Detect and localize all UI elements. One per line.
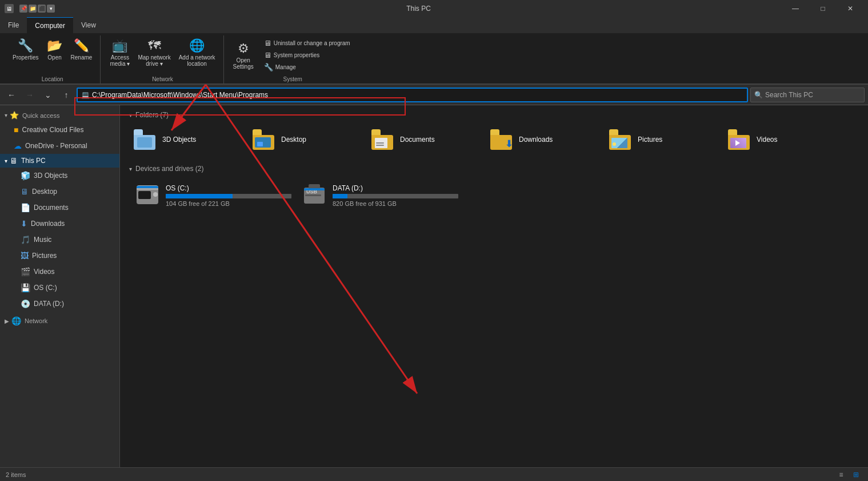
main-layout: ▾ ⭐ Quick access ■ Creative Cloud Files … — [0, 105, 868, 467]
quick-access-label: Quick access — [22, 112, 59, 119]
folder-item-downloads[interactable]: ⬇ Downloads — [486, 126, 600, 153]
close-button[interactable]: ✕ — [837, 0, 863, 17]
this-pc-label: This PC — [21, 157, 46, 165]
window-controls: — □ ✕ — [782, 0, 863, 17]
folder-item-desktop[interactable]: Desktop — [248, 126, 362, 153]
recent-locations-button[interactable]: ⌄ — [40, 87, 56, 103]
pictures-sidebar-icon: 🖼 — [21, 251, 29, 260]
pictures-sidebar-label: Pictures — [32, 252, 57, 260]
rename-icon: ✏️ — [74, 38, 89, 53]
os-c-drive-bar-bg — [166, 194, 291, 198]
desktop-folder-name: Desktop — [281, 136, 306, 144]
location-buttons: 🔧 Properties 📂 Open ✏️ Rename — [9, 37, 95, 62]
back-button[interactable]: ← — [3, 87, 19, 103]
downloads-sidebar-icon: ⬇ — [21, 219, 27, 228]
minimize-button[interactable]: — — [782, 0, 809, 17]
map-network-drive-button[interactable]: 🗺 Map networkdrive ▾ — [134, 37, 174, 69]
system-properties-button[interactable]: 🖥 System properties — [261, 50, 354, 61]
maximize-button[interactable]: □ — [810, 0, 836, 17]
properties-button[interactable]: 🔧 Properties — [9, 37, 42, 62]
sidebar-item-downloads[interactable]: ⬇ Downloads — [0, 216, 119, 232]
documents-sidebar-label: Documents — [34, 204, 69, 212]
sidebar-item-desktop[interactable]: 🖥 Desktop — [0, 184, 119, 200]
folder-item-documents[interactable]: Documents — [367, 126, 481, 153]
onedrive-icon: ☁ — [14, 141, 22, 150]
desktop-sidebar-icon: 🖥 — [21, 187, 29, 196]
folder-item-videos[interactable]: Videos — [723, 126, 838, 153]
quick-access-toolbar-icon1[interactable]: 📌 — [19, 5, 27, 13]
system-props-icon: 🖥 — [264, 51, 271, 59]
folder-item-3d-objects[interactable]: 3D Objects — [129, 126, 243, 153]
ribbon-content: 🔧 Properties 📂 Open ✏️ Rename Location 📺 — [0, 33, 868, 84]
system-props-label: System properties — [274, 52, 320, 58]
drive-item-data-d[interactable]: USB DATA (D:) 820 GB free of 931 GB — [296, 180, 456, 212]
sidebar-item-3d-objects[interactable]: 🧊 3D Objects — [0, 168, 119, 184]
forward-button[interactable]: → — [22, 87, 38, 103]
sidebar-item-os-c[interactable]: 💾 OS (C:) — [0, 280, 119, 296]
quick-access-toolbar-icon2[interactable]: 📁 — [29, 5, 37, 13]
up-button[interactable]: ↑ — [58, 87, 74, 103]
sidebar-item-documents[interactable]: 📄 Documents — [0, 200, 119, 216]
status-item-count: 2 items — [6, 471, 26, 478]
drives-section-header[interactable]: ▾ Devices and drives (2) — [129, 165, 859, 173]
search-box[interactable]: 🔍 Search This PC — [750, 88, 865, 102]
downloads-icon-wrap: ⬇ — [490, 129, 514, 150]
properties-label: Properties — [13, 54, 39, 61]
quick-access-dropdown[interactable]: ▾ — [47, 5, 55, 13]
access-media-button[interactable]: 📺 Accessmedia ▾ — [106, 37, 133, 69]
ribbon-group-network: 📺 Accessmedia ▾ 🗺 Map networkdrive ▾ 🌐 A… — [102, 35, 223, 84]
folders-section-label: Folders (7) — [135, 111, 169, 119]
sidebar-section-network[interactable]: ▶ 🌐 Network — [0, 314, 119, 328]
sidebar-item-videos[interactable]: 🎬 Videos — [0, 264, 119, 280]
map-network-icon: 🗺 — [148, 38, 161, 53]
open-settings-label: OpenSettings — [233, 57, 254, 70]
manage-label: Manage — [275, 64, 296, 70]
grid-view-button[interactable]: ⊞ — [850, 468, 862, 481]
quick-access-toolbar-icon3[interactable]: ⬛ — [38, 5, 46, 13]
tab-computer[interactable]: Computer — [27, 17, 73, 33]
sidebar-section-quick-access[interactable]: ▾ ⭐ Quick access — [0, 109, 119, 122]
uninstall-program-button[interactable]: 🖥 Uninstall or change a program — [261, 38, 354, 49]
tab-view[interactable]: View — [73, 17, 104, 33]
sidebar-item-pictures[interactable]: 🖼 Pictures — [0, 248, 119, 264]
downloads-arrow-icon: ⬇ — [505, 140, 513, 149]
uninstall-icon: 🖥 — [264, 39, 271, 47]
sidebar-item-onedrive[interactable]: ☁ OneDrive - Personal — [0, 138, 119, 154]
onedrive-label: OneDrive - Personal — [25, 142, 87, 150]
quick-access-star-icon: ⭐ — [10, 111, 19, 120]
rename-button[interactable]: ✏️ Rename — [67, 37, 96, 62]
drive-item-os-c[interactable]: OS (C:) 104 GB free of 221 GB — [129, 180, 289, 212]
manage-button[interactable]: 🔧 Manage — [261, 62, 354, 73]
sidebar-section-this-pc[interactable]: ▾ 🖥 This PC — [0, 154, 119, 168]
data-d-sidebar-label: DATA (D:) — [34, 300, 64, 308]
access-media-label: Accessmedia ▾ — [110, 54, 130, 67]
videos-folder-name: Videos — [757, 136, 777, 144]
list-view-button[interactable]: ≡ — [835, 468, 847, 481]
ribbon: File Computer View 🔧 Properties 📂 Open ✏… — [0, 17, 868, 85]
this-pc-icon: 🖥 — [10, 156, 18, 165]
desktop-sidebar-label: Desktop — [32, 188, 57, 196]
address-bar[interactable]: 💻 C:\ProgramData\Microsoft\Windows\Start… — [77, 88, 748, 102]
open-button[interactable]: 📂 Open — [43, 37, 66, 62]
network-buttons: 📺 Accessmedia ▾ 🗺 Map networkdrive ▾ 🌐 A… — [106, 37, 218, 69]
network-chevron: ▶ — [5, 318, 9, 324]
tab-file[interactable]: File — [0, 17, 27, 33]
add-network-label: Add a networklocation — [179, 54, 215, 67]
search-icon: 🔍 — [754, 91, 763, 99]
sidebar-item-music[interactable]: 🎵 Music — [0, 232, 119, 248]
open-settings-button[interactable]: ⚙ OpenSettings — [230, 39, 257, 71]
ribbon-group-location: 🔧 Properties 📂 Open ✏️ Rename Location — [5, 35, 101, 84]
sidebar-item-creative-cloud[interactable]: ■ Creative Cloud Files — [0, 122, 119, 138]
pictures-folder-name: Pictures — [638, 136, 662, 144]
documents-sidebar-icon: 📄 — [21, 203, 30, 212]
sidebar: ▾ ⭐ Quick access ■ Creative Cloud Files … — [0, 105, 120, 467]
properties-icon: 🔧 — [18, 38, 33, 53]
sidebar-item-data-d[interactable]: 💿 DATA (D:) — [0, 296, 119, 312]
music-sidebar-icon: 🎵 — [21, 235, 30, 244]
data-d-drive-name: DATA (D:) — [333, 184, 458, 192]
os-c-drive-icon-wrap — [135, 184, 160, 207]
folders-section-header[interactable]: ▾ Folders (7) — [129, 111, 859, 119]
add-network-location-button[interactable]: 🌐 Add a networklocation — [175, 37, 219, 69]
folder-item-pictures[interactable]: Pictures — [605, 126, 719, 153]
address-path[interactable]: C:\ProgramData\Microsoft\Windows\Start M… — [92, 91, 743, 99]
